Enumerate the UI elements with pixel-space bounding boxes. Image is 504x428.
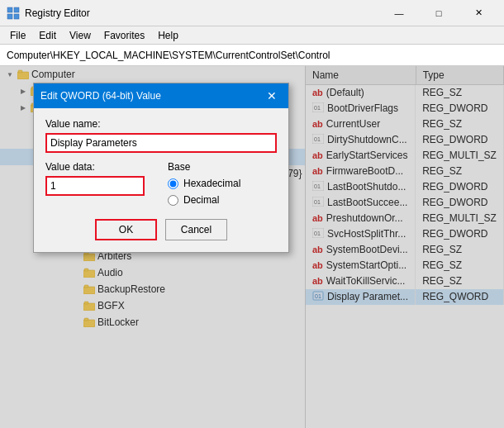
maximize-button[interactable]: □ xyxy=(420,1,458,26)
minimize-button[interactable]: — xyxy=(380,1,418,26)
modal-close-button[interactable]: ✕ xyxy=(262,86,282,106)
base-label: Base xyxy=(168,161,277,173)
modal-body: Value name: Value data: Base Hexadecimal xyxy=(34,108,288,252)
title-bar: Registry Editor — □ ✕ xyxy=(0,0,504,26)
window-controls: — □ ✕ xyxy=(380,1,497,26)
value-name-label: Value name: xyxy=(45,118,277,130)
radio-dec-input[interactable] xyxy=(168,195,178,206)
svg-rect-0 xyxy=(7,7,12,12)
modal-buttons: OK Cancel xyxy=(45,219,277,240)
main-content: ▼ Computer ▶ HKEY_LOCAL_MACHINE ▶ H ▼ xyxy=(0,66,504,428)
close-button[interactable]: ✕ xyxy=(459,1,497,26)
cancel-button[interactable]: Cancel xyxy=(165,219,227,240)
value-data-input[interactable] xyxy=(45,176,145,196)
menu-file[interactable]: File xyxy=(3,28,32,43)
base-section: Base Hexadecimal Decimal xyxy=(168,161,277,206)
modal-title: Edit QWORD (64-bit) Value xyxy=(40,90,262,102)
modal-overlay: Edit QWORD (64-bit) Value ✕ Value name: … xyxy=(0,66,504,428)
app-title: Registry Editor xyxy=(25,7,90,19)
menu-view[interactable]: View xyxy=(63,28,97,43)
value-data-label: Value data: xyxy=(45,161,155,173)
radio-dec-label: Decimal xyxy=(183,194,219,206)
address-text: Computer\HKEY_LOCAL_MACHINE\SYSTEM\Curre… xyxy=(7,50,330,61)
menu-edit[interactable]: Edit xyxy=(32,28,63,43)
modal-titlebar: Edit QWORD (64-bit) Value ✕ xyxy=(34,83,288,108)
radio-decimal[interactable]: Decimal xyxy=(168,194,277,206)
app-icon xyxy=(7,7,20,20)
radio-group-base: Hexadecimal Decimal xyxy=(168,178,277,206)
radio-hexadecimal[interactable]: Hexadecimal xyxy=(168,178,277,189)
radio-hex-label: Hexadecimal xyxy=(183,178,240,189)
value-name-input[interactable] xyxy=(45,133,277,153)
address-bar: Computer\HKEY_LOCAL_MACHINE\SYSTEM\Curre… xyxy=(0,45,504,66)
menu-help[interactable]: Help xyxy=(151,28,185,43)
menu-bar: File Edit View Favorites Help xyxy=(0,26,504,45)
radio-hex-input[interactable] xyxy=(168,178,178,189)
svg-rect-1 xyxy=(14,7,19,12)
edit-qword-dialog: Edit QWORD (64-bit) Value ✕ Value name: … xyxy=(33,83,289,253)
svg-rect-2 xyxy=(7,14,12,19)
svg-rect-3 xyxy=(14,14,19,19)
ok-button[interactable]: OK xyxy=(95,219,157,240)
value-data-section: Value data: xyxy=(45,161,155,206)
menu-favorites[interactable]: Favorites xyxy=(97,28,151,43)
